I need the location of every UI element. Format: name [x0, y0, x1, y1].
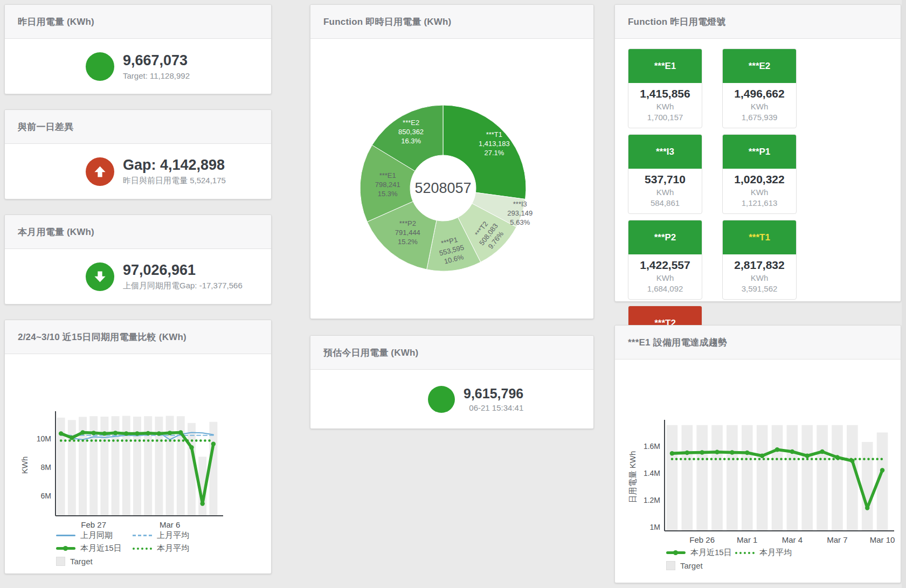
- series-point[interactable]: [805, 454, 810, 458]
- legend-item[interactable]: Target: [666, 560, 735, 571]
- panel-title: 與前一日差異: [18, 121, 73, 133]
- series-point[interactable]: [200, 501, 205, 506]
- series-point[interactable]: [70, 435, 74, 440]
- series-point[interactable]: [168, 431, 172, 435]
- e1-trend-chart: 1M1.2M1.4M1.6MFeb 26Mar 1Mar 4Mar 7Mar 1…: [615, 359, 900, 545]
- panel-header[interactable]: ***E1 設備用電達成趨勢: [615, 326, 901, 359]
- series-point[interactable]: [865, 506, 869, 510]
- legend-item[interactable]: 本月近15日: [666, 547, 735, 558]
- lamp-tile-T1[interactable]: ***T12,817,832KWh3,591,562: [722, 220, 797, 300]
- series-point[interactable]: [135, 431, 139, 435]
- chart-legend: 上月同期上月平均本月近15日本月平均Target: [56, 530, 209, 567]
- legend-item[interactable]: 上月平均: [133, 530, 209, 541]
- legend-label: 上月同期: [80, 530, 113, 541]
- target-bar: [711, 425, 723, 531]
- stat-value: 97,026,961: [123, 262, 243, 279]
- target-bar: [787, 425, 798, 531]
- legend-swatch-square-icon: [666, 561, 675, 570]
- legend-item[interactable]: 本月平均: [133, 543, 209, 554]
- series-point[interactable]: [790, 449, 794, 454]
- legend-label: 上月平均: [157, 530, 189, 541]
- lamp-tile-header: ***E2: [723, 49, 796, 83]
- legend-row: Target: [56, 556, 209, 567]
- series-point[interactable]: [80, 430, 85, 434]
- series-point[interactable]: [92, 431, 96, 435]
- lamp-tile-value: 1,020,322: [723, 173, 796, 186]
- panel-title: 本月用電量 (KWh): [18, 226, 94, 238]
- target-bar: [742, 425, 753, 531]
- series-point[interactable]: [760, 454, 764, 458]
- series-point[interactable]: [157, 431, 161, 435]
- legend-item[interactable]: 上月同期: [56, 530, 133, 541]
- series-point[interactable]: [880, 468, 884, 472]
- series-point[interactable]: [820, 449, 824, 454]
- panel-header[interactable]: 本月用電量 (KWh): [5, 215, 271, 249]
- panel-header[interactable]: Function 即時日用電量 (KWh): [310, 5, 593, 39]
- panel-e1-trend-chart: ***E1 設備用電達成趨勢 1M1.2M1.4M1.6MFeb 26Mar 1…: [614, 325, 901, 583]
- series-point[interactable]: [59, 431, 63, 435]
- lamp-tile-P1[interactable]: ***P11,020,322KWh1,121,613: [722, 134, 797, 214]
- panel-title: 預估今日用電量 (KWh): [323, 347, 418, 359]
- lamp-tile-value: 2,817,832: [723, 259, 796, 272]
- panel-title: 昨日用電量 (KWh): [18, 16, 94, 28]
- panel-header[interactable]: 2/24~3/10 近15日同期用電量比較 (KWh): [5, 320, 271, 354]
- lamp-tile-E1[interactable]: ***E11,415,856KWh1,700,157: [628, 49, 702, 128]
- legend-swatch-square-icon: [56, 557, 65, 566]
- arrow-up-icon: [86, 157, 114, 186]
- panel-header[interactable]: 預估今日用電量 (KWh): [310, 336, 593, 370]
- series-point[interactable]: [113, 431, 117, 435]
- legend-swatch-dotted-icon: [735, 552, 755, 554]
- legend-label: 本月近15日: [690, 548, 732, 558]
- target-bar: [847, 425, 858, 531]
- lamp-tile-body: 2,817,832KWh3,591,562: [723, 254, 796, 298]
- series-point[interactable]: [670, 451, 674, 455]
- target-bar: [667, 425, 678, 531]
- compare-15d-chart: 6M8M10MFeb 27Mar 6KWh: [5, 354, 270, 532]
- lamp-tile-E2[interactable]: ***E21,496,662KWh1,675,939: [722, 49, 797, 128]
- lamp-tile-unit: KWh: [628, 102, 702, 111]
- x-tick-label: Mar 6: [160, 520, 180, 529]
- lamp-tile-header: ***T1: [723, 220, 796, 254]
- stat-subtitle: 06-21 15:34:41: [464, 403, 523, 412]
- y-tick-label: 10M: [37, 434, 51, 443]
- series-point[interactable]: [146, 431, 150, 435]
- panel-header[interactable]: 與前一日差異: [5, 110, 271, 144]
- panel-title: 2/24~3/10 近15日同期用電量比較 (KWh): [18, 331, 186, 343]
- lamp-tile-I3[interactable]: ***I3537,710KWh584,861: [628, 134, 702, 214]
- series-point[interactable]: [715, 450, 719, 454]
- stat-subtitle: 昨日與前日用電量 5,524,175: [123, 176, 226, 186]
- legend-item[interactable]: 本月近15日: [56, 543, 133, 554]
- series-point[interactable]: [102, 431, 107, 435]
- target-bar: [122, 416, 130, 516]
- lamp-tile-unit: KWh: [723, 188, 796, 197]
- y-tick-label: 6M: [41, 492, 51, 500]
- panel-compare-15d-chart: 2/24~3/10 近15日同期用電量比較 (KWh) 6M8M10MFeb 2…: [4, 320, 272, 574]
- series-point[interactable]: [211, 441, 216, 446]
- legend-item[interactable]: 本月平均: [735, 547, 804, 558]
- page-scrollbar[interactable]: [902, 0, 906, 588]
- lamp-tile-P2[interactable]: ***P21,422,557KWh1,684,092: [628, 220, 702, 300]
- x-tick-label: Mar 10: [870, 535, 895, 544]
- series-point[interactable]: [775, 447, 779, 452]
- series-point[interactable]: [124, 431, 128, 435]
- series-point[interactable]: [745, 451, 749, 455]
- legend-row: 本月近15日本月平均: [56, 543, 209, 554]
- legend-label: 本月平均: [157, 543, 189, 554]
- series-point[interactable]: [685, 451, 689, 455]
- lamp-tile-body: 1,415,856KWh1,700,157: [628, 83, 702, 126]
- lamp-tile-header: ***P1: [723, 135, 796, 169]
- legend-row: 上月同期上月平均: [56, 530, 209, 541]
- panel-header[interactable]: Function 昨日用電燈號: [615, 5, 901, 39]
- panel-header[interactable]: 昨日用電量 (KWh): [5, 5, 271, 39]
- legend-swatch-dashed-icon: [133, 535, 152, 536]
- lamp-tile-header: ***E1: [628, 49, 702, 83]
- panel-lamp-status: Function 昨日用電燈號 ***E11,415,856KWh1,700,1…: [614, 4, 901, 302]
- series-point[interactable]: [189, 445, 193, 449]
- y-axis-title: KWh: [20, 456, 29, 474]
- series-point[interactable]: [178, 430, 183, 434]
- series-point[interactable]: [730, 450, 734, 454]
- series-point[interactable]: [700, 450, 704, 454]
- legend-item[interactable]: Target: [56, 556, 133, 567]
- lamp-tile-value: 1,496,662: [723, 87, 796, 100]
- lamp-tile-unit: KWh: [628, 188, 702, 197]
